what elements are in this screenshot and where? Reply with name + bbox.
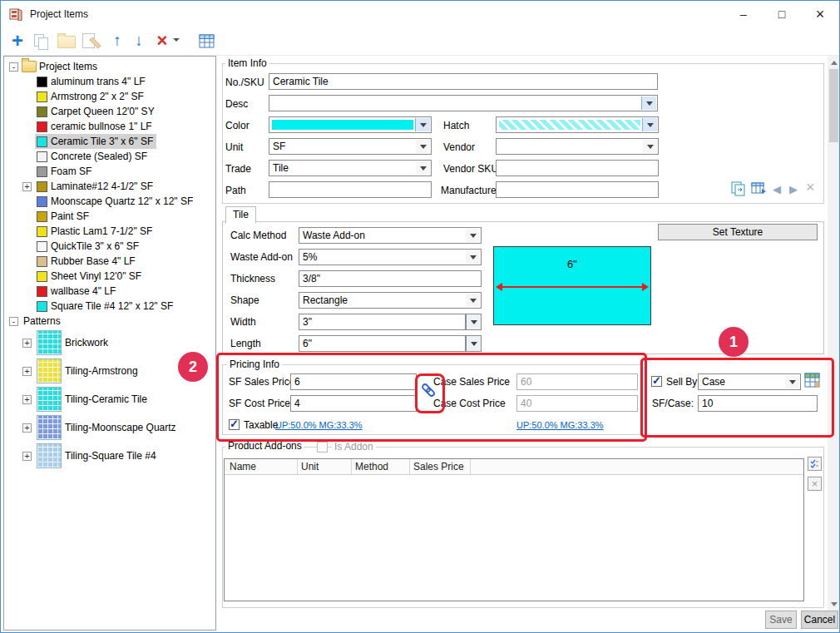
save-button[interactable]: Save [765, 611, 797, 629]
tree-item[interactable]: +Laminate#12 4-1/2" SF [4, 179, 215, 194]
tree-item[interactable]: Armstrong 2" x 2" SF [4, 89, 215, 104]
desc-combo[interactable] [269, 95, 658, 111]
manufacturer-input[interactable] [496, 181, 659, 198]
duplicate-item-icon[interactable] [731, 181, 748, 196]
sell-by-combo[interactable]: Case [698, 373, 801, 390]
price-link-icon[interactable] [420, 382, 437, 398]
chevron-down-icon[interactable] [466, 294, 480, 307]
tree-item[interactable]: Plastic Lam1 7-1/2" SF [4, 224, 215, 239]
tree-item[interactable]: Sheet Vinyl 12'0" SF [4, 269, 215, 284]
addons-table[interactable]: Name Unit Method Sales Price [224, 458, 804, 601]
width-input[interactable]: 3" [299, 314, 466, 330]
grid-view-icon[interactable] [199, 34, 215, 48]
waste-addon-combo[interactable]: 5% [299, 249, 482, 265]
collapse-icon[interactable]: - [9, 317, 18, 326]
scroll-up-icon[interactable] [828, 56, 840, 68]
path-input[interactable] [269, 181, 432, 198]
tree-item[interactable]: QuickTile 3" x 6" SF [4, 239, 215, 254]
collapse-icon[interactable]: - [9, 62, 18, 72]
tree-item[interactable]: Foam SF [4, 164, 215, 179]
delete-dropdown-icon[interactable] [172, 37, 180, 46]
unit-combo[interactable]: SF [269, 138, 432, 155]
thickness-input[interactable]: 3/8" [299, 270, 482, 287]
tree-item[interactable]: ceramic bullnose 1" LF [4, 119, 215, 134]
sf-margin-link[interactable]: UP:50.0% MG:33.3% [275, 420, 363, 430]
tab-tile[interactable]: Tile [225, 206, 256, 224]
next-item-icon[interactable]: ▶ [789, 183, 798, 195]
sku-input[interactable]: Ceramic Tile [269, 73, 658, 90]
trade-combo[interactable]: Tile [269, 160, 432, 176]
sell-by-checkbox[interactable] [651, 376, 662, 387]
tree-item[interactable]: aluminum trans 4" LF [4, 74, 215, 89]
length-dropdown-button[interactable] [466, 335, 482, 352]
close-button[interactable]: × [801, 1, 839, 27]
expand-icon[interactable]: + [22, 339, 32, 348]
previous-item-icon[interactable]: ◀ [773, 183, 781, 195]
sf-per-case-input[interactable]: 10 [698, 395, 818, 412]
tree-item-selected[interactable]: Ceramic Tile 3" x 6" SF [4, 134, 215, 149]
tree-pattern-item[interactable]: +Brickwork [4, 329, 215, 357]
column-header-method[interactable]: Method [355, 461, 388, 472]
expand-icon[interactable]: + [22, 395, 32, 404]
column-header-sales-price[interactable]: Sales Price [413, 461, 464, 472]
case-margin-link[interactable]: UP:50.0% MG:33.3% [516, 420, 604, 430]
color-combo[interactable] [269, 116, 432, 133]
tree-root-patterns[interactable]: - Patterns [4, 314, 215, 329]
expand-icon[interactable]: + [22, 423, 32, 433]
chevron-down-icon[interactable] [416, 161, 430, 175]
tree-pattern-item[interactable]: +Tiling-Ceramic Tile [4, 385, 215, 413]
column-header-name[interactable]: Name [230, 461, 256, 472]
chevron-down-icon[interactable] [416, 140, 430, 153]
tree-item[interactable]: Moonscape Quartz 12" x 12" SF [4, 194, 215, 209]
chevron-down-icon[interactable] [785, 375, 799, 388]
column-header-unit[interactable]: Unit [301, 461, 319, 472]
calc-method-combo[interactable]: Waste Add-on [299, 227, 482, 244]
tree-item[interactable]: Concrete (Sealed) SF [4, 149, 215, 164]
addon-checklist-button[interactable] [808, 457, 822, 471]
clear-item-icon[interactable]: × [806, 179, 815, 196]
tree-item[interactable]: Carpet Queen 12'0" SY [4, 104, 215, 119]
hatch-combo[interactable] [496, 116, 659, 133]
chevron-down-icon[interactable] [466, 250, 480, 264]
add-item-button[interactable]: + [7, 31, 27, 51]
tree-item[interactable]: Rubber Base 4" LF [4, 254, 215, 269]
expand-icon[interactable]: + [22, 182, 32, 191]
vendor-combo[interactable] [496, 138, 659, 155]
set-texture-button[interactable]: Set Texture [658, 224, 818, 240]
sf-sales-price-input[interactable]: 6 [290, 373, 417, 390]
move-up-button[interactable]: ↑ [107, 31, 127, 51]
open-folder-icon[interactable] [57, 36, 76, 48]
cancel-button[interactable]: Cancel [801, 611, 838, 629]
chevron-down-icon[interactable] [642, 118, 657, 131]
chevron-down-icon[interactable] [641, 96, 656, 110]
vendor-sku-input[interactable] [496, 160, 659, 176]
maximize-button[interactable]: □ [763, 1, 801, 27]
chevron-down-icon[interactable] [466, 229, 480, 242]
tree-item[interactable]: wallbase 4" LF [4, 284, 215, 299]
scroll-down-icon[interactable] [828, 598, 840, 611]
shape-combo[interactable]: Rectangle [299, 292, 482, 309]
tree-root-project-items[interactable]: - Project Items [4, 59, 215, 74]
tree-pattern-item[interactable]: +Tiling-Moonscape Quartz [4, 413, 215, 442]
import-grid-icon[interactable] [751, 181, 768, 196]
case-table-icon[interactable] [804, 373, 821, 388]
tree-item[interactable]: Paint SF [4, 209, 215, 224]
length-input[interactable]: 6" [299, 335, 466, 352]
tree-pattern-item[interactable]: +Tiling-Square Tile #4 [4, 442, 215, 470]
delete-item-button[interactable]: × [152, 31, 172, 51]
vertical-scrollbar[interactable] [828, 56, 840, 611]
scrollbar-thumb[interactable] [829, 69, 838, 142]
move-down-button[interactable]: ↓ [129, 31, 149, 51]
width-dropdown-button[interactable] [466, 314, 482, 330]
chevron-down-icon[interactable] [643, 140, 657, 153]
expand-icon[interactable]: + [22, 452, 32, 461]
tree-item[interactable]: Square Tile #4 12" x 12" SF [4, 299, 215, 314]
sf-cost-price-input[interactable]: 4 [290, 395, 417, 412]
edit-item-icon[interactable] [82, 33, 95, 48]
chevron-down-icon[interactable] [415, 118, 430, 131]
addon-remove-button[interactable]: × [808, 477, 822, 491]
copy-item-icon[interactable] [34, 34, 49, 49]
taxable-checkbox[interactable] [229, 419, 240, 430]
expand-icon[interactable]: + [22, 367, 32, 376]
minimize-button[interactable]: – [724, 1, 763, 27]
